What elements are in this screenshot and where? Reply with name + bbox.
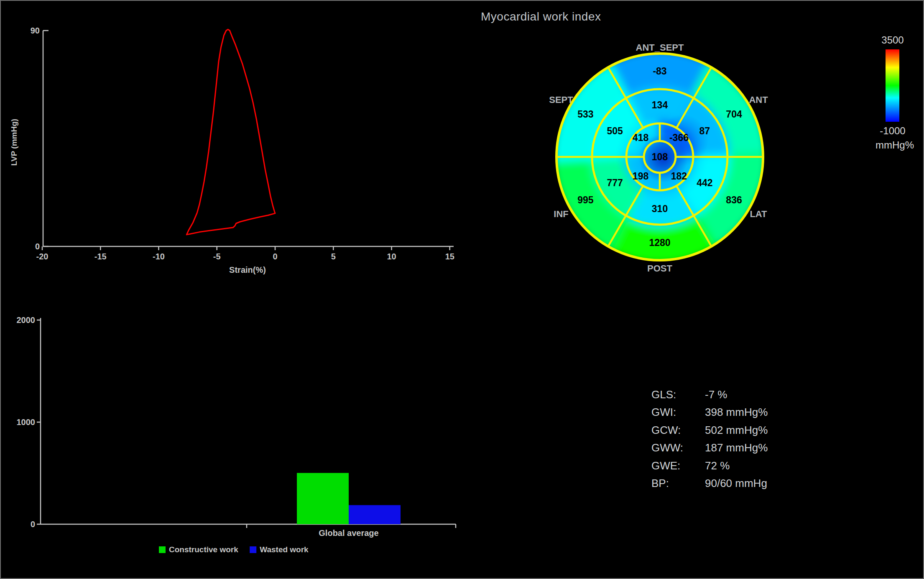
colorbar-unit-label: mmHg% xyxy=(876,139,914,151)
segment-value: -83 xyxy=(653,66,666,77)
segment-value: 182 xyxy=(671,171,687,182)
x-tick-label: -15 xyxy=(94,252,107,261)
segment-value: 134 xyxy=(652,100,668,110)
myocardial-work-screen: 090-20-15-10-5051015Strain(%)LVP (mmHg) … xyxy=(0,0,924,579)
metric-label: GWI: xyxy=(651,406,705,419)
segment-value: 310 xyxy=(652,203,668,214)
segment-value: 1280 xyxy=(649,237,670,248)
x-tick-label: -10 xyxy=(153,252,165,261)
metric-label: GWE: xyxy=(651,459,705,472)
segment-value: 442 xyxy=(697,177,712,188)
segment-value: 777 xyxy=(607,177,623,188)
segment-value: 704 xyxy=(726,109,742,120)
x-tick-label: -20 xyxy=(36,252,48,261)
segment-value: 418 xyxy=(633,132,649,143)
bar-wasted-work xyxy=(349,505,401,524)
colorbar-max-label: 3500 xyxy=(881,34,904,46)
metric-label: GWW: xyxy=(651,441,705,454)
colorbar: 3500 -1000 mmHg% xyxy=(870,23,924,161)
metric-value: 72 % xyxy=(705,459,730,472)
segment-value: 87 xyxy=(699,126,710,136)
x-axis-title: Strain(%) xyxy=(229,265,266,274)
page-title: Myocardial work index xyxy=(481,10,601,23)
metric-row-gwe: GWE: 72 % xyxy=(651,457,768,475)
segment-value: -366 xyxy=(669,132,689,143)
bar-category-label: Global average xyxy=(319,528,378,538)
work-bar-chart: 010002000Global averageConstructive work… xyxy=(0,310,481,579)
legend-swatch xyxy=(159,546,166,553)
y-tick-label: 2000 xyxy=(17,315,36,325)
sector-label-sept: SEPT xyxy=(549,95,573,105)
metric-row-gcw: GCW: 502 mmHg% xyxy=(651,421,768,439)
x-tick-label: -5 xyxy=(213,252,221,261)
y-tick-label: 0 xyxy=(31,520,35,529)
segment-value: 505 xyxy=(607,126,623,136)
metric-value: -7 % xyxy=(705,388,727,401)
metrics-panel: GLS: -7 % GWI: 398 mmHg% GCW: 502 mmHg% … xyxy=(651,386,768,492)
y-tick-label: 90 xyxy=(31,26,40,35)
segment-value: 533 xyxy=(577,109,593,120)
metric-row-bp: BP: 90/60 mmHg xyxy=(651,475,768,493)
colorbar-min-label: -1000 xyxy=(880,125,905,136)
sector-label-lat: LAT xyxy=(750,209,767,219)
bullseye-map: -83704836128099553313487442310777505418-… xyxy=(539,23,799,282)
x-tick-label: 15 xyxy=(445,252,454,261)
sector-label-ant-sept: ANT_SEPT xyxy=(636,42,684,53)
metric-value: 187 mmHg% xyxy=(705,441,768,454)
bar-constructive-work xyxy=(297,473,349,524)
y-axis-title: LVP (mmHg) xyxy=(10,119,18,166)
metric-value: 398 mmHg% xyxy=(705,406,768,419)
segment-value: 836 xyxy=(726,195,742,205)
metric-row-gls: GLS: -7 % xyxy=(651,386,768,404)
metric-row-gww: GWW: 187 mmHg% xyxy=(651,439,768,457)
metric-row-gwi: GWI: 398 mmHg% xyxy=(651,404,768,422)
metric-label: GCW: xyxy=(651,424,705,437)
y-tick-label: 1000 xyxy=(17,418,36,427)
x-tick-label: 0 xyxy=(273,252,277,261)
sector-label-ant: ANT xyxy=(749,95,768,105)
sector-label-post: POST xyxy=(647,263,672,274)
sector-label-inf: INF xyxy=(554,209,568,219)
legend-label: Constructive work xyxy=(169,545,238,554)
segment-value: 198 xyxy=(633,171,649,182)
colorbar-gradient xyxy=(886,49,899,122)
x-tick-label: 10 xyxy=(387,252,396,261)
legend-label: Wasted work xyxy=(260,545,309,554)
y-tick-label: 0 xyxy=(35,242,40,251)
segment-value: 108 xyxy=(652,151,668,162)
metric-value: 502 mmHg% xyxy=(705,424,768,437)
metric-value: 90/60 mmHg xyxy=(705,477,767,490)
legend-swatch xyxy=(250,546,256,553)
metric-label: GLS: xyxy=(651,388,705,401)
pressure-strain-loop-chart: 090-20-15-10-5051015Strain(%)LVP (mmHg) xyxy=(0,0,481,293)
x-tick-label: 5 xyxy=(331,252,336,261)
metric-label: BP: xyxy=(651,477,705,490)
segment-value: 995 xyxy=(577,195,594,205)
pressure-strain-loop-path xyxy=(186,29,275,235)
